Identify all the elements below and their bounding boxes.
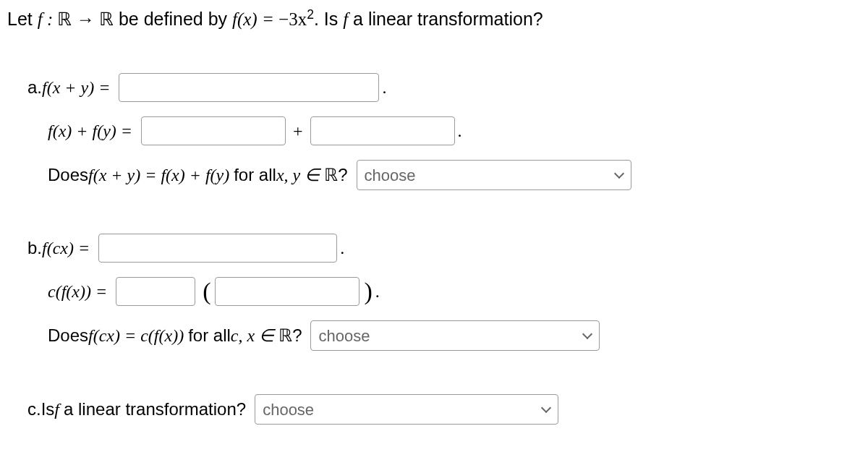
part-a-line3: Does f(x + y) = f(x) + f(y) for all x, y… [48, 160, 861, 190]
does-a: Does [48, 165, 88, 185]
input-fx-b[interactable] [215, 277, 359, 306]
intro-neg3x: −3x [278, 9, 307, 29]
close-paren: ) [364, 278, 372, 305]
part-a-line1: a. f(x + y) = . [27, 73, 861, 102]
intro-defined-by: be defined by [114, 9, 232, 29]
part-a-label: a. [27, 77, 42, 98]
fcx-eq-cfx: f(cx) = c(f(x)) [88, 326, 184, 346]
cx-in: c, x ∈ [231, 325, 274, 346]
intro-fx-eq: f(x) = [232, 9, 278, 29]
does-b: Does [48, 325, 88, 346]
part-b-label: b. [27, 238, 42, 258]
part-b: b. f(cx) = . c(f(x)) = ( ) . Does f(cx) … [27, 234, 861, 351]
R-a: ℝ [324, 165, 338, 185]
period-a2: . [458, 122, 462, 141]
f-c: f [54, 400, 59, 419]
forall-a: for all [234, 165, 276, 185]
intro-arrow: → [72, 9, 99, 29]
forall-b: for all [188, 325, 231, 346]
input-fxy[interactable] [119, 73, 379, 102]
input-c[interactable] [116, 277, 195, 306]
fx-plus-fy-label: f(x) + f(y) = [48, 122, 132, 141]
intro-linear-q: a linear transformation? [348, 9, 543, 29]
period-b2: . [375, 282, 380, 302]
fcx-eq-label: f(cx) = [42, 239, 90, 258]
xy-in: x, y ∈ [276, 165, 320, 185]
period-b1: . [340, 239, 344, 258]
input-fy[interactable] [310, 116, 455, 145]
q-a: ? [338, 165, 347, 185]
intro-f-colon: f : [38, 9, 58, 29]
intro-R2: ℝ [99, 9, 114, 29]
intro-let: Let [7, 9, 38, 29]
rest-c: a linear transformation? [64, 399, 246, 419]
intro-sq: 2 [307, 7, 314, 22]
part-b-line3: Does f(cx) = c(f(x)) for all c, x ∈ ℝ? c… [48, 320, 861, 351]
plus-sign: + [293, 122, 303, 141]
part-c: c. Is f a linear transformation? choose [27, 394, 861, 425]
dropdown-c[interactable]: choose [255, 394, 558, 425]
part-a-line2: f(x) + f(y) = + . [48, 116, 861, 145]
part-b-line2: c(f(x)) = ( ) . [48, 277, 861, 306]
R-b: ℝ [278, 325, 292, 346]
part-c-label: c. [27, 399, 41, 419]
intro-R1: ℝ [57, 9, 72, 29]
intro-is-f: . Is [314, 9, 343, 29]
question-intro: Let f : ℝ → ℝ be defined by f(x) = −3x2.… [7, 7, 861, 30]
q-b: ? [292, 325, 302, 346]
cfx-eq-label: c(f(x)) = [48, 282, 107, 302]
open-paren: ( [203, 278, 210, 305]
part-a: a. f(x + y) = . f(x) + f(y) = + . Does f… [27, 73, 861, 190]
fxy-eq-fx-fy: f(x + y) = f(x) + f(y) [88, 166, 229, 185]
dropdown-a[interactable]: choose [357, 160, 631, 190]
fxy-eq-label: f(x + y) = [42, 78, 110, 98]
period-a1: . [382, 78, 386, 98]
part-c-line: c. Is f a linear transformation? choose [27, 394, 861, 425]
input-fx[interactable] [141, 116, 286, 145]
part-b-line1: b. f(cx) = . [27, 234, 861, 263]
is-text: Is [41, 399, 55, 419]
dropdown-b[interactable]: choose [310, 320, 600, 351]
input-fcx[interactable] [98, 234, 337, 263]
